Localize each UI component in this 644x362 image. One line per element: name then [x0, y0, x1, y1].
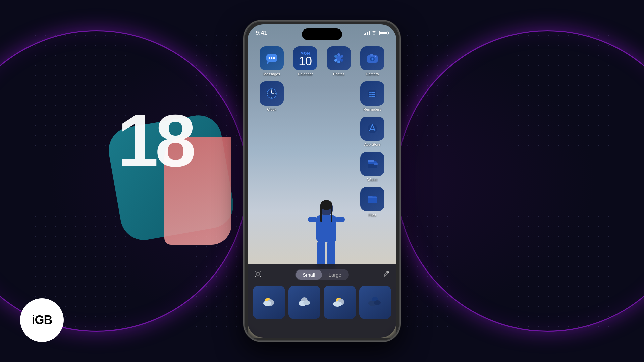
size-selector: Small Large — [248, 264, 396, 284]
svg-rect-25 — [370, 54, 373, 56]
app-empty-4 — [291, 117, 319, 146]
svg-point-13 — [273, 57, 275, 59]
app-wallet[interactable]: Wallet — [358, 152, 386, 182]
bottom-bar: Small Large — [248, 264, 396, 338]
app-appstore-label: App Store — [364, 142, 381, 146]
app-empty-7 — [291, 152, 319, 182]
svg-line-61 — [384, 276, 385, 277]
svg-line-57 — [256, 271, 256, 272]
app-calendar-label: Calendar — [298, 72, 313, 76]
app-empty-11 — [325, 187, 353, 217]
app-appstore[interactable]: App Store — [358, 117, 386, 146]
app-reminders[interactable]: Reminders — [358, 81, 386, 111]
ios18-logo: 18 — [104, 111, 245, 251]
dynamic-island — [302, 28, 342, 40]
app-empty-3 — [258, 117, 286, 146]
app-empty-2 — [325, 81, 353, 111]
svg-point-11 — [269, 57, 270, 59]
svg-point-65 — [263, 301, 271, 306]
iphone-screen: 9:41 — [248, 24, 396, 338]
svg-point-12 — [271, 57, 273, 59]
app-empty-8 — [325, 152, 353, 182]
size-large-button[interactable]: Large — [322, 270, 348, 280]
app-clock[interactable]: Clock — [258, 81, 286, 111]
volume-up-button — [243, 86, 244, 107]
app-reminders-label: Reminders — [363, 107, 381, 111]
ios18-text: 18 — [117, 104, 193, 178]
svg-rect-51 — [368, 198, 377, 203]
weather-widget-4[interactable] — [359, 286, 391, 319]
app-files-label: Files — [368, 213, 376, 217]
battery-icon — [379, 31, 388, 35]
power-button — [400, 81, 401, 108]
iphone-frame: 9:41 — [243, 20, 401, 342]
status-time: 9:41 — [256, 29, 267, 36]
brightness-icon[interactable] — [254, 270, 262, 280]
svg-point-68 — [303, 300, 310, 305]
size-toggle: Small Large — [295, 269, 349, 280]
svg-point-71 — [333, 301, 342, 307]
size-small-button[interactable]: Small — [296, 270, 322, 280]
svg-point-15 — [337, 53, 340, 56]
app-empty-1 — [291, 81, 319, 111]
volume-down-button — [243, 112, 244, 132]
svg-point-31 — [271, 97, 272, 98]
svg-point-32 — [267, 93, 268, 94]
weather-widgets-row — [248, 284, 396, 322]
svg-point-29 — [271, 89, 272, 90]
svg-point-74 — [374, 300, 381, 305]
svg-point-30 — [275, 93, 276, 94]
svg-point-16 — [340, 55, 343, 58]
svg-point-37 — [369, 92, 371, 93]
svg-point-18 — [337, 61, 340, 63]
svg-point-19 — [334, 59, 337, 62]
svg-point-26 — [375, 56, 376, 57]
svg-point-35 — [271, 93, 272, 94]
svg-line-58 — [260, 276, 260, 276]
svg-line-60 — [256, 276, 256, 276]
app-clock-label: Clock — [267, 107, 276, 111]
svg-point-17 — [340, 59, 343, 62]
app-wallet-label: Wallet — [367, 178, 377, 182]
app-camera[interactable]: Camera — [358, 46, 386, 76]
app-empty-6 — [258, 152, 286, 182]
app-photos-label: Photos — [333, 72, 344, 76]
weather-widget-2[interactable] — [288, 286, 321, 319]
status-icons — [364, 30, 388, 36]
svg-point-52 — [257, 273, 259, 275]
app-messages-label: Messages — [263, 72, 280, 76]
app-camera-label: Camera — [366, 72, 379, 76]
svg-point-39 — [369, 94, 371, 95]
igb-logo: iGB — [20, 298, 64, 342]
calendar-day: 10 — [299, 55, 312, 67]
app-grid: Messages MON 10 Calendar — [254, 43, 390, 220]
app-empty-5 — [325, 117, 353, 146]
svg-point-20 — [334, 55, 337, 58]
app-calendar[interactable]: MON 10 Calendar — [291, 46, 319, 76]
app-photos[interactable]: Photos — [325, 46, 353, 76]
weather-widget-1[interactable] — [253, 286, 285, 319]
wifi-icon — [371, 30, 377, 36]
app-files[interactable]: Files — [358, 187, 386, 217]
app-empty-10 — [291, 187, 319, 217]
mute-button — [243, 68, 244, 80]
svg-rect-47 — [374, 163, 378, 165]
eyedropper-icon[interactable] — [382, 270, 390, 279]
svg-rect-48 — [368, 160, 374, 162]
svg-point-24 — [372, 58, 373, 60]
app-messages[interactable]: Messages — [258, 46, 286, 76]
signal-icon — [364, 31, 370, 35]
svg-line-59 — [260, 271, 260, 272]
app-empty-9 — [258, 187, 286, 217]
svg-point-41 — [369, 96, 371, 97]
weather-widget-3[interactable] — [324, 286, 356, 319]
